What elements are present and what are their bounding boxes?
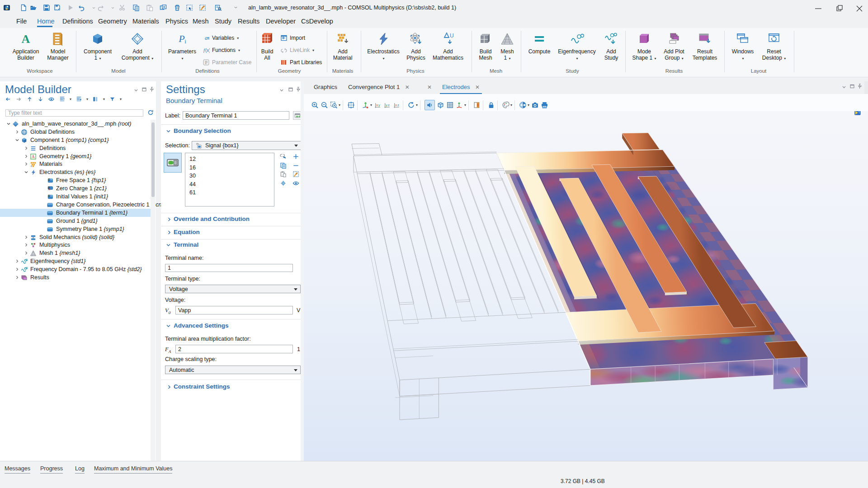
svg-text:D: D bbox=[48, 194, 50, 197]
svg-text:P: P bbox=[205, 60, 208, 65]
svg-text:x: x bbox=[376, 103, 378, 107]
svg-text:z: z bbox=[397, 103, 399, 107]
svg-text:P: P bbox=[178, 33, 184, 44]
svg-text:a: a bbox=[205, 35, 208, 41]
svg-text:y: y bbox=[386, 103, 387, 107]
svg-text:i: i bbox=[184, 38, 186, 45]
svg-text:A: A bbox=[32, 155, 35, 159]
svg-text:D: D bbox=[48, 178, 50, 181]
svg-text:y: y bbox=[378, 103, 380, 107]
svg-text:U: U bbox=[450, 33, 454, 39]
svg-text:A: A bbox=[22, 33, 30, 46]
svg-text:z: z bbox=[388, 103, 390, 107]
svg-text:(x): (x) bbox=[205, 48, 210, 53]
svg-text:x: x bbox=[395, 103, 397, 107]
